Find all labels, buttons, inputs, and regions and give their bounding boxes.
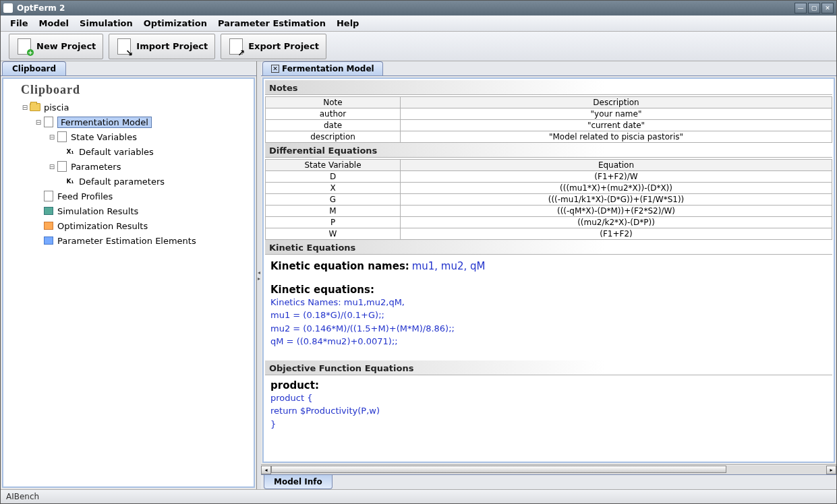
tab-model-info[interactable]: Model Info xyxy=(264,475,333,489)
tree-default-variables[interactable]: X₁ Default variables xyxy=(3,144,254,159)
close-button[interactable]: ✕ xyxy=(821,3,834,13)
tree-parameter-estimation-elements[interactable]: Parameter Estimation Elements xyxy=(3,233,254,248)
menu-help[interactable]: Help xyxy=(331,16,364,30)
parameter-icon: K₁ xyxy=(64,175,76,187)
menubar: File Model Simulation Optimization Param… xyxy=(1,15,836,32)
scroll-left-button[interactable]: ◂ xyxy=(261,466,271,474)
import-project-button[interactable]: ↘ Import Project xyxy=(109,34,215,59)
tree-pe-label: Parameter Estimation Elements xyxy=(57,236,196,246)
tree-sim-label: Simulation Results xyxy=(57,206,138,216)
optimization-icon xyxy=(42,220,55,232)
app-icon xyxy=(3,3,13,13)
table-row: X(((mu1*X)+(mu2*X))-(D*X)) xyxy=(266,183,832,194)
content-panel: Notes NoteDescription author"your name" … xyxy=(262,77,835,463)
kinetic-box: Kinetic equation names: mu1, mu2, qM Kin… xyxy=(265,256,832,351)
table-row: P((mu2/k2*X)-(D*P)) xyxy=(266,217,832,228)
tree-toggle-icon[interactable]: ⊟ xyxy=(34,119,42,126)
tree-toggle-icon[interactable]: ⊟ xyxy=(48,163,56,170)
section-kinetic-title: Kinetic Equations xyxy=(265,240,832,254)
variable-icon: X₁ xyxy=(64,146,76,158)
menu-file[interactable]: File xyxy=(5,16,34,30)
kinetic-equations-label: Kinetic equations: xyxy=(270,284,827,296)
notes-col-note: Note xyxy=(266,97,401,108)
tree-default-params-label: Default parameters xyxy=(79,177,165,187)
obj-line: return $Productivity(P,w) xyxy=(270,404,827,418)
kinetic-names-value: mu1, mu2, qM xyxy=(412,260,486,272)
export-project-label: Export Project xyxy=(248,41,319,51)
new-project-icon: + xyxy=(16,38,32,55)
parameter-estimation-icon xyxy=(42,234,55,247)
kinetic-line: mu1 = (0.18*G)/(0.1+G);; xyxy=(270,309,827,322)
toolbar: + New Project ↘ Import Project ↗ Export … xyxy=(1,32,836,61)
table-row: G(((-mu1/k1*X)-(D*G))+(F1/W*S1)) xyxy=(266,194,832,206)
scroll-thumb[interactable] xyxy=(271,466,726,473)
export-project-button[interactable]: ↗ Export Project xyxy=(221,34,326,59)
tree-opt-label: Optimization Results xyxy=(57,221,148,231)
tab-close-icon[interactable]: ✕ xyxy=(271,65,279,73)
menu-model[interactable]: Model xyxy=(34,16,74,30)
tree-optimization-results[interactable]: Optimization Results xyxy=(3,218,254,233)
titlebar[interactable]: OptFerm 2 — ▢ ✕ xyxy=(1,1,836,15)
tab-fermentation-model[interactable]: ✕ Fermentation Model xyxy=(262,61,383,75)
new-project-label: New Project xyxy=(36,41,96,51)
tree-feed-label: Feed Profiles xyxy=(57,191,113,201)
menu-simulation[interactable]: Simulation xyxy=(74,16,138,30)
folder-icon xyxy=(29,101,41,113)
right-tab-strip: ✕ Fermentation Model xyxy=(261,61,836,76)
scroll-track[interactable] xyxy=(271,466,826,474)
notes-table[interactable]: NoteDescription author"your name" date"c… xyxy=(265,96,832,143)
tree-model-label: Fermentation Model xyxy=(57,117,152,128)
table-row: author"your name" xyxy=(266,108,832,120)
diffeq-table[interactable]: State VariableEquation D(F1+F2)/W X(((mu… xyxy=(265,159,832,240)
tree-state-vars-label: State Variables xyxy=(71,132,137,142)
tree-parameters[interactable]: ⊟ Parameters xyxy=(3,159,254,174)
tree-state-variables[interactable]: ⊟ State Variables xyxy=(3,129,254,144)
new-project-button[interactable]: + New Project xyxy=(9,34,103,59)
tree-panel: Clipboard ⊟ piscia ⊟ Fermentation Model … xyxy=(2,77,255,488)
section-diffeq-title: Differential Equations xyxy=(265,143,832,157)
tree-toggle-icon[interactable]: ⊟ xyxy=(21,104,29,111)
obj-box: product: product { return $Productivity(… xyxy=(265,377,832,434)
statusbar-text: AIBench xyxy=(6,492,39,501)
kinetic-line: mu2 = (0.146*M)/((1.5+M)+(M*M)/8.86);; xyxy=(270,322,827,336)
tree-default-vars-label: Default variables xyxy=(79,147,154,157)
doc-icon xyxy=(42,190,55,202)
minimize-button[interactable]: — xyxy=(795,3,807,13)
workspace: Clipboard Clipboard ⊟ piscia ⊟ Fermentat… xyxy=(1,61,836,489)
obj-line: } xyxy=(270,418,827,431)
window-title: OptFerm 2 xyxy=(17,3,795,13)
scroll-right-button[interactable]: ▸ xyxy=(826,466,836,474)
tree-toggle-icon[interactable]: ⊟ xyxy=(48,133,56,141)
menu-optimization[interactable]: Optimization xyxy=(138,16,212,30)
notes-col-description: Description xyxy=(401,97,832,108)
tree-feed-profiles[interactable]: Feed Profiles xyxy=(3,189,254,203)
menu-parameter-estimation[interactable]: Parameter Estimation xyxy=(212,16,331,30)
tab-fermentation-model-label: Fermentation Model xyxy=(282,64,374,73)
tree-params-label: Parameters xyxy=(71,162,121,172)
table-row: M(((-qM*X)-(D*M))+(F2*S2)/W) xyxy=(266,206,832,217)
table-row: W(F1+F2) xyxy=(266,228,832,240)
tree-project[interactable]: ⊟ piscia xyxy=(3,100,254,115)
horizontal-scrollbar[interactable]: ◂ ▸ xyxy=(261,464,836,474)
right-pane: ✕ Fermentation Model Notes NoteDescripti… xyxy=(261,61,836,489)
section-obj-title: Objective Function Equations xyxy=(265,360,832,375)
statusbar: AIBench xyxy=(1,489,836,503)
doc-icon xyxy=(56,131,68,143)
kinetic-line: qM = ((0.84*mu2)+0.0071);; xyxy=(270,335,827,348)
doc-icon xyxy=(56,160,68,172)
maximize-button[interactable]: ▢ xyxy=(808,3,820,13)
import-project-label: Import Project xyxy=(136,41,208,51)
simulation-icon xyxy=(42,205,55,217)
kinetic-line: Kinetics Names: mu1,mu2,qM, xyxy=(270,296,827,309)
export-project-icon: ↗ xyxy=(228,38,244,55)
tree-default-parameters[interactable]: K₁ Default parameters xyxy=(3,174,254,189)
obj-line: product { xyxy=(270,391,827,405)
tab-clipboard[interactable]: Clipboard xyxy=(2,61,66,75)
table-row: date"current date" xyxy=(266,120,832,131)
left-pane: Clipboard Clipboard ⊟ piscia ⊟ Fermentat… xyxy=(1,61,257,489)
tree-project-label: piscia xyxy=(44,102,69,113)
tree-simulation-results[interactable]: Simulation Results xyxy=(3,203,254,218)
table-row: D(F1+F2)/W xyxy=(266,171,832,183)
tree-fermentation-model[interactable]: ⊟ Fermentation Model xyxy=(3,115,254,129)
bottom-tab-strip: Model Info xyxy=(261,474,836,489)
